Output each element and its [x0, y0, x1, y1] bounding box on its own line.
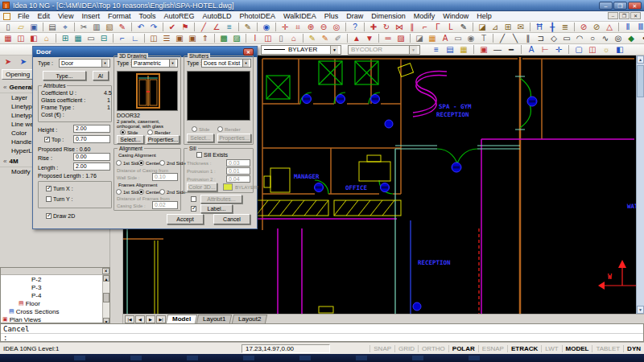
- scroll-up-icon[interactable]: ▲: [637, 56, 644, 64]
- arc-icon[interactable]: ◠: [573, 33, 586, 43]
- layer-combo[interactable]: BYLAYER▼: [261, 45, 341, 55]
- menu-item-walkidea[interactable]: WalkIDEA: [279, 12, 320, 20]
- open-folder-icon[interactable]: ▱: [14, 22, 27, 32]
- frames-2nd-radio[interactable]: 2nd Side: [159, 189, 186, 195]
- format-painter-icon[interactable]: ✎: [116, 22, 129, 32]
- tab-model[interactable]: Model: [166, 315, 197, 323]
- menu-item-format[interactable]: Format: [104, 12, 135, 20]
- zoom-extents-icon[interactable]: ◎: [330, 22, 343, 32]
- command-line[interactable]: Cancel :: [0, 323, 644, 342]
- panel-close-icon[interactable]: ✕: [102, 268, 109, 274]
- menu-item-plus[interactable]: Plus: [320, 12, 343, 20]
- menu-item-photoidea[interactable]: PhotoIDEA: [236, 12, 280, 20]
- triangle-down-icon[interactable]: ▼: [363, 33, 376, 43]
- attributes-check[interactable]: [191, 196, 198, 202]
- linetype-icon[interactable]: —: [491, 44, 504, 55]
- tree-item-plan-views[interactable]: ▣ Plan Views: [1, 315, 109, 323]
- zoom-out-icon[interactable]: ⊖: [317, 22, 330, 32]
- color-combo[interactable]: BYCOLOR▼: [348, 45, 420, 55]
- zoom-in-icon[interactable]: ⊕: [304, 22, 317, 32]
- view-1-icon[interactable]: ▢: [572, 44, 585, 55]
- roof-icon[interactable]: ⌂: [40, 33, 53, 43]
- make-layer-icon[interactable]: ▦: [457, 44, 470, 55]
- stairs-icon[interactable]: ☰: [160, 33, 173, 43]
- toggle-ortho[interactable]: ORTHO: [418, 345, 448, 352]
- frame-icon[interactable]: ▭: [85, 33, 97, 43]
- 3d-type-select[interactable]: Parametric▼: [131, 59, 178, 68]
- erase-2-icon[interactable]: ◪: [413, 33, 426, 43]
- door-tool-icon[interactable]: ◫: [147, 33, 160, 43]
- wall-2-icon[interactable]: ▦: [426, 33, 439, 43]
- mdi-close-button[interactable]: ✕: [630, 12, 641, 19]
- menu-item-window[interactable]: Window: [439, 12, 473, 20]
- menu-item-autobld[interactable]: AutoBLD: [198, 12, 235, 20]
- menu-item-help[interactable]: Help: [473, 12, 496, 20]
- menu-item-view[interactable]: View: [54, 12, 77, 20]
- tab-next-button[interactable]: ▶: [146, 315, 155, 323]
- stair-tool-icon[interactable]: ≣: [559, 22, 572, 32]
- minimize-button[interactable]: –: [599, 2, 613, 10]
- brush-icon[interactable]: ✐: [332, 33, 345, 43]
- frames-center-radio[interactable]: Center: [138, 189, 160, 195]
- scroll-up-icon[interactable]: ▲: [103, 275, 109, 282]
- pan-icon[interactable]: ✛: [279, 22, 291, 32]
- menu-item-draw[interactable]: Draw: [342, 12, 367, 20]
- drawing-vscrollbar[interactable]: ▲ ▼: [636, 56, 644, 314]
- move-icon[interactable]: ✚: [367, 22, 380, 32]
- draw-angle-icon[interactable]: ∠: [210, 22, 223, 32]
- turn-y-check[interactable]: Turn Y :: [46, 196, 72, 202]
- trim-icon[interactable]: ⌐: [419, 22, 431, 32]
- line-icon[interactable]: ╱: [496, 33, 509, 43]
- turn-x-check[interactable]: Turn X :: [46, 186, 73, 191]
- furniture-icon[interactable]: ▣: [173, 33, 186, 43]
- toggle-grid[interactable]: GRID: [394, 345, 418, 352]
- top-field[interactable]: 0.70: [73, 135, 110, 143]
- length-field[interactable]: 2.00: [73, 162, 110, 171]
- dialog-close-icon[interactable]: ✕: [243, 48, 254, 56]
- zoom-window-icon[interactable]: ⌗: [291, 22, 304, 32]
- tree-item-p-2[interactable]: P-2: [1, 275, 109, 283]
- roof-2-icon[interactable]: ⌂: [287, 33, 300, 43]
- window-2-icon[interactable]: ◫: [262, 33, 275, 43]
- lineweight-icon[interactable]: ━: [505, 44, 518, 55]
- insert-block-icon[interactable]: ◆: [625, 33, 638, 43]
- ruler-icon[interactable]: ═: [382, 33, 394, 43]
- cells-icon[interactable]: ⊟: [97, 33, 110, 43]
- camera-icon[interactable]: ◉: [260, 22, 273, 32]
- clipboard-icon[interactable]: ▯: [275, 33, 287, 43]
- toggle-lwt[interactable]: LWT: [541, 345, 561, 352]
- sill-exists-check[interactable]: Sill Exists: [196, 152, 228, 158]
- ai-button[interactable]: A!: [93, 71, 109, 80]
- polyline-icon[interactable]: ╲: [509, 33, 522, 43]
- scroll-thumb[interactable]: [637, 65, 644, 97]
- scroll-thumb[interactable]: [103, 293, 109, 302]
- layer-control-icon[interactable]: ▤: [444, 44, 456, 55]
- top-check[interactable]: Top :: [44, 137, 64, 142]
- close-button[interactable]: ✕: [628, 2, 642, 10]
- corner-down-icon[interactable]: ∟: [129, 33, 142, 43]
- toggle-etrack[interactable]: ETRACK: [507, 345, 541, 352]
- toggle-model[interactable]: MODEL: [562, 345, 592, 352]
- menu-item-tools[interactable]: Tools: [134, 12, 159, 20]
- image-1-icon[interactable]: ▩: [217, 33, 230, 43]
- select-button[interactable]: Select...: [117, 135, 144, 144]
- new-file-icon[interactable]: ▯: [2, 22, 14, 32]
- fillet-icon[interactable]: Γ: [431, 22, 444, 32]
- toggle-snap[interactable]: SNAP: [369, 345, 394, 352]
- tree-item-cross-sections[interactable]: ▤ Cross Sections: [1, 307, 109, 315]
- scroll-down-icon[interactable]: ▼: [103, 318, 109, 323]
- spline-icon[interactable]: ∿: [599, 33, 612, 43]
- type-button[interactable]: Type...: [43, 71, 86, 80]
- offset-icon[interactable]: ∥: [406, 22, 419, 32]
- redo-icon[interactable]: ↷: [147, 22, 160, 32]
- table-t-icon[interactable]: T: [477, 33, 490, 43]
- maximize-button[interactable]: ❐: [613, 2, 627, 10]
- lamp-icon[interactable]: ◉: [464, 33, 477, 43]
- properties-button[interactable]: Properties...: [147, 135, 180, 144]
- toggle-polar[interactable]: POLAR: [448, 345, 478, 352]
- toggle-esnap[interactable]: ESNAP: [478, 345, 507, 352]
- toggle-dyn[interactable]: DYN: [623, 345, 644, 352]
- ucs-icon[interactable]: ✛: [552, 44, 565, 55]
- prev-view-icon[interactable]: ➤: [2, 56, 14, 67]
- column-1-icon[interactable]: Ⅱ: [621, 22, 634, 32]
